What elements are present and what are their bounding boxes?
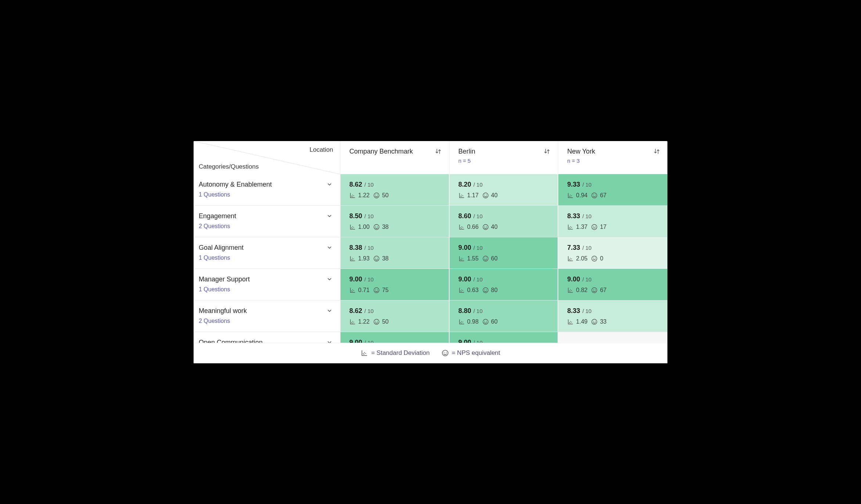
metric-cell[interactable]: 8.38/ 101.9338 (341, 237, 450, 269)
metric-cell[interactable]: 8.60/ 100.6640 (450, 206, 559, 237)
row-header[interactable]: Engagement2 Questions (194, 206, 341, 237)
row-title: Autonomy & Enablement (199, 181, 272, 188)
std-dev-icon (349, 224, 356, 230)
legend-bar: = Standard Deviation = NPS equivalent (194, 343, 667, 363)
metric-cell[interactable]: 8.50/ 101.0038 (341, 206, 450, 237)
std-dev-icon (458, 224, 465, 230)
face-happy-icon (482, 318, 489, 325)
metric-cell[interactable]: 8.33/ 101.4933 (558, 300, 667, 332)
score-out-of: / 10 (473, 276, 483, 282)
score-out-of: / 10 (473, 213, 483, 219)
std-dev-value: 2.05 (576, 255, 587, 262)
std-dev-value: 1.55 (467, 255, 479, 262)
std-dev-icon (349, 287, 356, 294)
face-happy-icon (373, 287, 380, 294)
score-out-of: / 10 (473, 181, 483, 188)
legend-nps-label: = NPS equivalent (452, 349, 500, 357)
chevron-down-icon[interactable] (327, 276, 332, 282)
face-neutral-icon (591, 224, 598, 230)
column-header-new-york[interactable]: New York n = 3 (558, 141, 667, 174)
face-happy-icon (482, 192, 489, 199)
row-header[interactable]: Meaningful work2 Questions (194, 300, 341, 332)
std-dev-value: 1.37 (576, 224, 587, 230)
nps-value: 60 (491, 318, 498, 325)
column-header-berlin[interactable]: Berlin n = 5 (450, 141, 559, 174)
score-value: 9.00 (567, 276, 580, 283)
row-header[interactable]: Autonomy & Enablement1 Questions (194, 174, 341, 205)
face-happy-icon (373, 318, 380, 325)
std-dev-icon (349, 318, 356, 325)
score-out-of: / 10 (473, 308, 483, 314)
nps-value: 40 (491, 192, 498, 199)
location-header-label: Location (310, 146, 333, 154)
categories-header-label: Categories/Questions (199, 163, 259, 170)
table-row: Engagement2 Questions8.50/ 101.00388.60/… (194, 205, 667, 237)
nps-value: 17 (600, 224, 606, 230)
chevron-down-icon[interactable] (327, 213, 332, 219)
std-dev-icon (458, 318, 465, 325)
legend-std-label: = Standard Deviation (371, 349, 429, 357)
metric-cell[interactable]: 8.80/ 100.9860 (450, 300, 559, 332)
metric-cell[interactable]: 7.33/ 102.050 (558, 237, 667, 269)
score-value: 9.00 (458, 244, 471, 252)
heatmap-card: Location Categories/Questions Company Be… (194, 141, 667, 363)
std-dev-icon (349, 255, 356, 262)
std-dev-value: 1.22 (358, 192, 370, 199)
metric-cell[interactable]: 8.20/ 101.1740 (450, 174, 559, 205)
metric-cell[interactable]: 8.62/ 101.2250 (341, 174, 450, 205)
face-happy-icon (482, 224, 489, 230)
score-out-of: / 10 (473, 245, 483, 251)
row-title: Manager Support (199, 276, 250, 283)
score-value: 8.62 (349, 181, 362, 188)
score-value: 8.62 (349, 307, 362, 315)
metric-cell[interactable]: 9.00/ 100.7175 (341, 269, 450, 300)
column-header-company-benchmark[interactable]: Company Benchmark (341, 141, 450, 174)
std-dev-icon (458, 287, 465, 294)
row-questions-count: 1 Questions (199, 286, 332, 293)
face-happy-icon (591, 192, 598, 199)
std-dev-value: 1.17 (467, 192, 479, 199)
metric-cell[interactable]: 8.33/ 101.3717 (558, 206, 667, 237)
score-out-of: / 10 (582, 181, 591, 188)
row-header[interactable]: Manager Support1 Questions (194, 269, 341, 300)
score-out-of: / 10 (582, 308, 591, 314)
score-value: 8.50 (349, 212, 362, 220)
column-n: n = 3 (567, 158, 660, 164)
metric-cell[interactable]: 8.62/ 101.2250 (341, 300, 450, 332)
chevron-down-icon[interactable] (327, 308, 332, 314)
nps-value: 33 (600, 318, 606, 325)
std-dev-value: 0.71 (358, 287, 370, 294)
std-dev-value: 0.82 (576, 287, 587, 294)
sort-icon[interactable] (653, 148, 660, 155)
std-dev-value: 0.66 (467, 224, 479, 230)
column-n: n = 5 (458, 158, 551, 164)
row-header[interactable]: Goal Alignment1 Questions (194, 237, 341, 269)
metric-cell[interactable]: 9.00/ 100.6380 (450, 269, 559, 300)
nps-value: 67 (600, 287, 606, 294)
row-title: Engagement (199, 212, 236, 220)
row-questions-count: 1 Questions (199, 255, 332, 261)
std-dev-icon (361, 349, 368, 357)
metric-cell[interactable]: 9.00/ 100.8267 (558, 269, 667, 300)
column-title: Company Benchmark (349, 148, 413, 155)
std-dev-icon (567, 318, 574, 325)
nps-value: 38 (382, 224, 389, 230)
chevron-down-icon[interactable] (327, 181, 332, 187)
metric-cell[interactable]: 9.00/ 101.5560 (450, 237, 559, 269)
std-dev-value: 0.98 (467, 318, 479, 325)
metric-cell[interactable]: 9.33/ 100.9467 (558, 174, 667, 205)
row-title: Goal Alignment (199, 244, 244, 252)
nps-value: 75 (382, 287, 389, 294)
score-out-of: / 10 (364, 213, 374, 219)
score-value: 7.33 (567, 244, 580, 252)
sort-icon[interactable] (435, 148, 442, 155)
chevron-down-icon[interactable] (327, 245, 332, 251)
nps-value: 0 (600, 255, 603, 262)
heatmap-table: Location Categories/Questions Company Be… (194, 141, 667, 363)
nps-value: 50 (382, 318, 389, 325)
row-questions-count: 2 Questions (199, 318, 332, 324)
nps-value: 40 (491, 224, 498, 230)
nps-value: 67 (600, 192, 606, 199)
score-out-of: / 10 (364, 181, 374, 188)
sort-icon[interactable] (544, 148, 550, 155)
